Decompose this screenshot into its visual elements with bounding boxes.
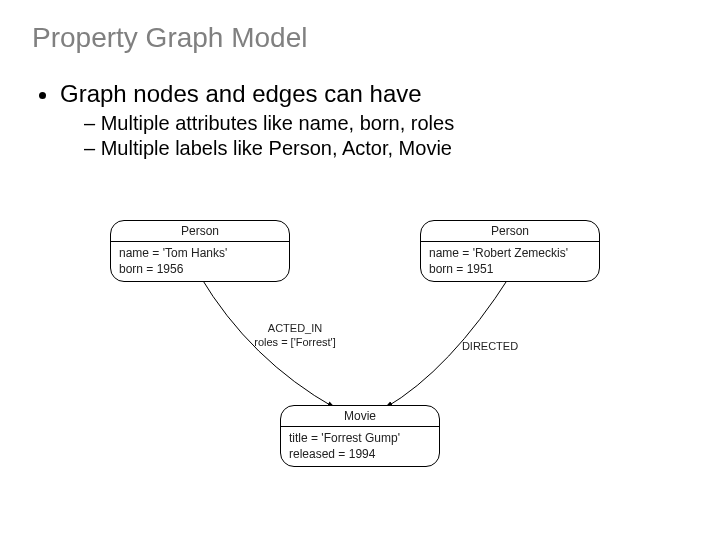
node-label: Person: [421, 221, 599, 242]
node-attrs: title = 'Forrest Gump' released = 1994: [281, 427, 439, 466]
slide-title: Property Graph Model: [32, 22, 688, 54]
graph-diagram: Person name = 'Tom Hanks' born = 1956 Pe…: [110, 220, 610, 510]
bullet-main-text: Graph nodes and edges can have: [60, 80, 422, 107]
bullet-sub-1: Multiple attributes like name, born, rol…: [84, 112, 688, 135]
node-label: Person: [111, 221, 289, 242]
edge-label-acted-in: ACTED_IN roles = ['Forrest']: [235, 322, 355, 350]
node-label: Movie: [281, 406, 439, 427]
bullet-main: Graph nodes and edges can have Multiple …: [60, 80, 688, 160]
node-person-2: Person name = 'Robert Zemeckis' born = 1…: [420, 220, 600, 282]
node-person-1: Person name = 'Tom Hanks' born = 1956: [110, 220, 290, 282]
node-attrs: name = 'Robert Zemeckis' born = 1951: [421, 242, 599, 281]
node-attrs: name = 'Tom Hanks' born = 1956: [111, 242, 289, 281]
bullet-sub-2: Multiple labels like Person, Actor, Movi…: [84, 137, 688, 160]
edge-label-directed: DIRECTED: [450, 340, 530, 354]
bullet-list: Graph nodes and edges can have Multiple …: [32, 80, 688, 160]
node-movie: Movie title = 'Forrest Gump' released = …: [280, 405, 440, 467]
